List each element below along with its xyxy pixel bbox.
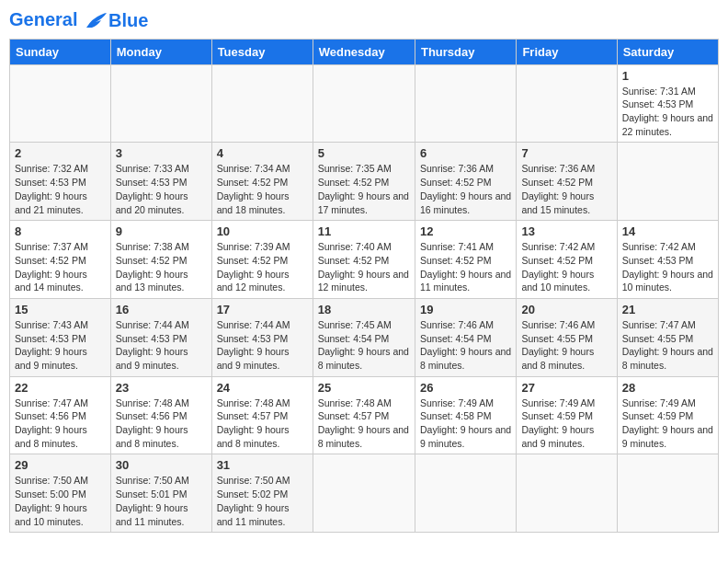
day-info: Sunrise: 7:33 AMSunset: 4:53 PMDaylight:… <box>116 163 189 214</box>
day-cell-24: 24Sunrise: 7:48 AMSunset: 4:57 PMDayligh… <box>211 376 313 454</box>
day-info: Sunrise: 7:49 AMSunset: 4:59 PMDaylight:… <box>521 397 595 449</box>
empty-cell <box>211 64 313 143</box>
day-cell-11: 11Sunrise: 7:40 AMSunset: 4:52 PMDayligh… <box>313 221 415 299</box>
day-cell-7: 7Sunrise: 7:36 AMSunset: 4:52 PMDaylight… <box>517 143 617 221</box>
day-info: Sunrise: 7:48 AMSunset: 4:57 PMDaylight:… <box>217 397 290 449</box>
day-cell-1: 1Sunrise: 7:31 AMSunset: 4:53 PMDaylight… <box>617 64 718 143</box>
day-number: 5 <box>318 146 410 160</box>
day-number: 10 <box>217 224 308 238</box>
day-cell-16: 16Sunrise: 7:44 AMSunset: 4:53 PMDayligh… <box>110 298 211 376</box>
day-cell-10: 10Sunrise: 7:39 AMSunset: 4:52 PMDayligh… <box>211 221 313 299</box>
day-number: 20 <box>521 303 611 316</box>
logo-text-blue: Blue <box>108 10 148 30</box>
day-cell-4: 4Sunrise: 7:34 AMSunset: 4:52 PMDaylight… <box>211 143 313 221</box>
day-info: Sunrise: 7:39 AMSunset: 4:52 PMDaylight:… <box>217 241 290 293</box>
day-cell-15: 15Sunrise: 7:43 AMSunset: 4:53 PMDayligh… <box>10 298 111 376</box>
day-cell-23: 23Sunrise: 7:48 AMSunset: 4:56 PMDayligh… <box>110 376 211 454</box>
day-cell-5: 5Sunrise: 7:35 AMSunset: 4:52 PMDaylight… <box>313 143 415 221</box>
day-cell-12: 12Sunrise: 7:41 AMSunset: 4:52 PMDayligh… <box>415 221 516 299</box>
empty-cell <box>415 64 516 143</box>
day-info: Sunrise: 7:36 AMSunset: 4:52 PMDaylight:… <box>420 163 511 214</box>
day-cell-27: 27Sunrise: 7:49 AMSunset: 4:59 PMDayligh… <box>517 376 617 454</box>
day-info: Sunrise: 7:45 AMSunset: 4:54 PMDaylight:… <box>318 319 409 371</box>
day-info: Sunrise: 7:41 AMSunset: 4:52 PMDaylight:… <box>420 241 511 293</box>
day-number: 24 <box>217 381 308 395</box>
day-cell-31: 31Sunrise: 7:50 AMSunset: 5:02 PMDayligh… <box>211 454 313 533</box>
day-number: 18 <box>318 303 410 316</box>
logo-bird-icon <box>85 11 108 31</box>
day-number: 15 <box>15 303 106 316</box>
day-header-wednesday: Wednesday <box>313 39 415 64</box>
day-number: 23 <box>116 381 207 395</box>
day-number: 3 <box>116 146 207 160</box>
day-cell-6: 6Sunrise: 7:36 AMSunset: 4:52 PMDaylight… <box>415 143 516 221</box>
day-number: 7 <box>521 146 611 160</box>
day-cell-8: 8Sunrise: 7:37 AMSunset: 4:52 PMDaylight… <box>10 221 111 299</box>
day-header-friday: Friday <box>517 39 617 64</box>
day-number: 22 <box>15 381 106 395</box>
day-cell-21: 21Sunrise: 7:47 AMSunset: 4:55 PMDayligh… <box>617 298 718 376</box>
day-number: 28 <box>622 381 713 395</box>
day-number: 11 <box>318 224 410 238</box>
empty-cell <box>617 454 718 533</box>
day-cell-3: 3Sunrise: 7:33 AMSunset: 4:53 PMDaylight… <box>110 143 211 221</box>
day-number: 2 <box>15 146 106 160</box>
day-cell-29: 29Sunrise: 7:50 AMSunset: 5:00 PMDayligh… <box>10 454 111 533</box>
day-cell-9: 9Sunrise: 7:38 AMSunset: 4:52 PMDaylight… <box>110 221 211 299</box>
day-number: 21 <box>622 303 713 316</box>
day-info: Sunrise: 7:50 AMSunset: 5:01 PMDaylight:… <box>116 475 189 526</box>
day-info: Sunrise: 7:36 AMSunset: 4:52 PMDaylight:… <box>521 163 595 214</box>
day-info: Sunrise: 7:46 AMSunset: 4:55 PMDaylight:… <box>521 319 595 371</box>
day-number: 26 <box>420 381 511 395</box>
day-number: 16 <box>116 303 207 316</box>
calendar-week-3: 15Sunrise: 7:43 AMSunset: 4:53 PMDayligh… <box>10 298 719 376</box>
day-header-tuesday: Tuesday <box>211 39 313 64</box>
day-cell-28: 28Sunrise: 7:49 AMSunset: 4:59 PMDayligh… <box>617 376 718 454</box>
empty-cell <box>517 64 617 143</box>
day-info: Sunrise: 7:49 AMSunset: 4:59 PMDaylight:… <box>622 397 713 449</box>
day-header-monday: Monday <box>110 39 211 64</box>
day-header-saturday: Saturday <box>617 39 718 64</box>
empty-cell <box>313 64 415 143</box>
day-info: Sunrise: 7:47 AMSunset: 4:55 PMDaylight:… <box>622 319 713 371</box>
day-cell-25: 25Sunrise: 7:48 AMSunset: 4:57 PMDayligh… <box>313 376 415 454</box>
day-info: Sunrise: 7:34 AMSunset: 4:52 PMDaylight:… <box>217 163 290 214</box>
empty-cell <box>517 454 617 533</box>
calendar-week-0: 1Sunrise: 7:31 AMSunset: 4:53 PMDaylight… <box>10 64 719 143</box>
day-info: Sunrise: 7:46 AMSunset: 4:54 PMDaylight:… <box>420 319 511 371</box>
day-info: Sunrise: 7:32 AMSunset: 4:53 PMDaylight:… <box>15 163 88 214</box>
day-number: 12 <box>420 224 511 238</box>
calendar-week-5: 29Sunrise: 7:50 AMSunset: 5:00 PMDayligh… <box>10 454 719 533</box>
day-info: Sunrise: 7:37 AMSunset: 4:52 PMDaylight:… <box>15 241 88 293</box>
day-number: 27 <box>521 381 611 395</box>
day-info: Sunrise: 7:44 AMSunset: 4:53 PMDaylight:… <box>217 319 290 371</box>
day-info: Sunrise: 7:31 AMSunset: 4:53 PMDaylight:… <box>622 86 713 137</box>
day-info: Sunrise: 7:42 AMSunset: 4:53 PMDaylight:… <box>622 241 713 293</box>
day-number: 9 <box>116 224 207 238</box>
empty-cell <box>617 143 718 221</box>
day-cell-26: 26Sunrise: 7:49 AMSunset: 4:58 PMDayligh… <box>415 376 516 454</box>
day-number: 31 <box>217 458 308 472</box>
day-header-sunday: Sunday <box>10 39 111 64</box>
day-number: 19 <box>420 303 511 316</box>
day-info: Sunrise: 7:49 AMSunset: 4:58 PMDaylight:… <box>420 397 511 449</box>
day-info: Sunrise: 7:47 AMSunset: 4:56 PMDaylight:… <box>15 397 88 449</box>
empty-cell <box>10 64 111 143</box>
day-number: 8 <box>15 224 106 238</box>
day-cell-2: 2Sunrise: 7:32 AMSunset: 4:53 PMDaylight… <box>10 143 111 221</box>
day-number: 25 <box>318 381 410 395</box>
day-info: Sunrise: 7:40 AMSunset: 4:52 PMDaylight:… <box>318 241 409 293</box>
calendar-header-row: SundayMondayTuesdayWednesdayThursdayFrid… <box>10 39 719 64</box>
day-cell-14: 14Sunrise: 7:42 AMSunset: 4:53 PMDayligh… <box>617 221 718 299</box>
day-info: Sunrise: 7:44 AMSunset: 4:53 PMDaylight:… <box>116 319 189 371</box>
calendar-table: SundayMondayTuesdayWednesdayThursdayFrid… <box>9 39 719 534</box>
day-number: 6 <box>420 146 511 160</box>
day-cell-18: 18Sunrise: 7:45 AMSunset: 4:54 PMDayligh… <box>313 298 415 376</box>
day-number: 4 <box>217 146 308 160</box>
day-number: 14 <box>622 224 713 238</box>
day-info: Sunrise: 7:50 AMSunset: 5:00 PMDaylight:… <box>15 475 88 526</box>
day-info: Sunrise: 7:43 AMSunset: 4:53 PMDaylight:… <box>15 319 88 371</box>
day-number: 13 <box>521 224 611 238</box>
day-info: Sunrise: 7:50 AMSunset: 5:02 PMDaylight:… <box>217 475 290 526</box>
calendar-week-4: 22Sunrise: 7:47 AMSunset: 4:56 PMDayligh… <box>10 376 719 454</box>
